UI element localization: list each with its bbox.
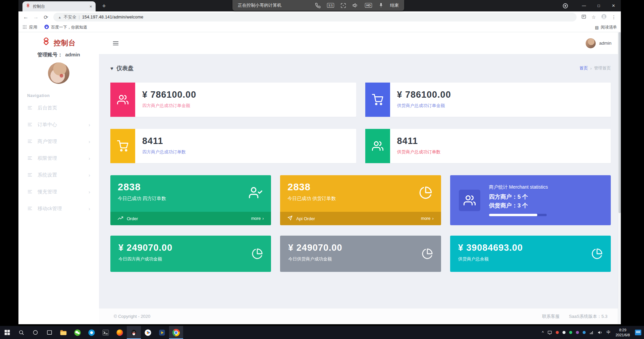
profile-icon[interactable] xyxy=(599,14,608,20)
nav-section-label: Navigation xyxy=(27,93,50,98)
sidebar-item-slowcharge[interactable]: 慢充管理 › xyxy=(18,183,99,200)
minimize-button[interactable]: — xyxy=(577,0,591,11)
desktop: 控制台 ✕ + — □ ✕ ← → ⟳ ▲ 不安全 | 154.197.48.1… xyxy=(0,0,644,339)
file-explorer-icon[interactable] xyxy=(56,326,70,339)
tencent-video-icon[interactable] xyxy=(141,326,155,339)
sidebar-item-permissions[interactable]: 权限管理 › xyxy=(18,150,99,166)
monitor-tray-icon[interactable] xyxy=(547,330,552,335)
menu-toggle-icon[interactable] xyxy=(112,40,119,47)
chevron-right-icon: › xyxy=(89,172,90,178)
green-tray-icon[interactable] xyxy=(569,331,572,334)
support-link[interactable]: 联系客服 xyxy=(542,313,559,320)
user-check-icon xyxy=(249,186,262,201)
session-indicator-icon[interactable] xyxy=(563,3,568,8)
new-tab-button[interactable]: + xyxy=(100,2,108,10)
address-bar[interactable]: ▲ 不安全 | 154.197.48.141/admin/welcome xyxy=(53,13,577,21)
stat-value: 8411 xyxy=(397,136,441,146)
sidebar-item-merchants[interactable]: 商户管理 › xyxy=(18,133,99,150)
voice-call-icon[interactable] xyxy=(315,3,321,8)
menu-kebab-icon[interactable]: ⋮ xyxy=(609,14,618,20)
network-icon[interactable] xyxy=(589,330,594,335)
today-supplier-orders-card: 2838 今日已成功 供货订单数 Api Order xyxy=(280,175,441,225)
avatar[interactable] xyxy=(48,62,69,84)
speaker-icon[interactable] xyxy=(353,2,359,8)
app-logo[interactable]: 控制台 xyxy=(42,38,76,48)
start-button[interactable] xyxy=(0,326,14,339)
list-icon xyxy=(27,139,33,144)
red-tray-icon[interactable] xyxy=(556,331,559,334)
sidebar-item-home[interactable]: 后台首页 xyxy=(18,99,99,116)
stat-card-supplier-amount: ¥ 786100.00 供货商户总成功订单金额 xyxy=(365,83,611,117)
action-center-icon[interactable] xyxy=(635,330,641,335)
merchant-statistics-card: 商户统计 Merchant statistics 四方商户：5 个 供货商户：3… xyxy=(450,175,611,225)
reading-list-button[interactable]: ▤ 阅读清单 xyxy=(595,25,617,30)
chevron-right-icon: › xyxy=(262,216,264,221)
blue-app-icon[interactable] xyxy=(85,326,99,339)
bookmark-star-icon[interactable]: ☆ xyxy=(589,14,598,20)
stat-card-supplier-orders: 8411 供货商户总成功订单数 xyxy=(365,129,611,163)
apps-grid-icon[interactable] xyxy=(22,25,27,30)
today-supplier-amount-card: ¥ 249070.00 今日供货商户成功金额 xyxy=(280,236,441,272)
maximize-button[interactable]: □ xyxy=(591,0,606,11)
account-label: 管理账号： xyxy=(37,52,62,58)
list-icon xyxy=(27,172,33,178)
tab-close-icon[interactable]: ✕ xyxy=(90,5,92,8)
version-text: SaaS系统版本：5.3 xyxy=(569,313,607,320)
user-menu[interactable]: admin xyxy=(586,38,611,48)
language-indicator[interactable]: 中 xyxy=(606,330,610,335)
hd-quality-button[interactable]: HD xyxy=(365,3,372,8)
media-player-icon[interactable] xyxy=(155,326,169,339)
qq-icon[interactable] xyxy=(127,326,141,339)
chevron-right-icon: › xyxy=(89,206,90,211)
dashboard-content: ♥ 仪表盘 首页 › 管理首页 xyxy=(99,54,621,308)
breadcrumb: 首页 › 管理首页 xyxy=(580,65,611,71)
stat-label: 供货商户总成功订单金额 xyxy=(397,103,451,109)
remote-session-title: 正在控制小哥的计算机 xyxy=(238,2,281,8)
stat-value: 8411 xyxy=(142,136,186,146)
order-footer-link[interactable]: Order more› xyxy=(110,212,271,225)
fullscreen-icon[interactable] xyxy=(340,3,346,8)
translate-icon[interactable] xyxy=(579,14,588,20)
forward-icon[interactable]: → xyxy=(31,12,41,22)
terminal-icon[interactable] xyxy=(99,326,113,339)
cart-icon xyxy=(365,83,390,117)
card-value: ¥ 249070.00 xyxy=(118,243,263,253)
scrollbar[interactable] xyxy=(618,32,621,324)
breadcrumb-separator: › xyxy=(590,66,592,71)
close-window-button[interactable]: ✕ xyxy=(606,0,621,11)
sidebar-item-mobile-ck[interactable]: 移动ck管理 › xyxy=(18,200,99,217)
chrome-icon[interactable] xyxy=(169,326,183,339)
breadcrumb-home[interactable]: 首页 xyxy=(580,65,588,71)
taskbar-clock[interactable]: 8:29 2021/6/8 xyxy=(614,328,631,338)
today-fourparty-orders-card: 2838 今日已成功 四方订单数 Order xyxy=(110,175,271,225)
back-icon[interactable]: ← xyxy=(21,12,31,22)
pin-icon[interactable] xyxy=(378,3,384,8)
purple-tray-icon[interactable] xyxy=(576,331,579,334)
volume-icon[interactable] xyxy=(598,330,603,335)
sidebar-item-orders[interactable]: 订单中心 › xyxy=(18,116,99,133)
browser-tab[interactable]: 控制台 ✕ xyxy=(22,1,96,11)
actual-size-button[interactable]: 1:1 xyxy=(327,3,334,8)
sidebar-item-settings[interactable]: 系统设置 › xyxy=(18,166,99,183)
hidden-icons-caret[interactable]: ^ xyxy=(542,330,544,335)
reload-icon[interactable]: ⟳ xyxy=(41,12,51,22)
account-name: admin xyxy=(65,52,80,58)
firefox-icon[interactable] xyxy=(113,326,127,339)
api-order-footer-link[interactable]: Api Order more› xyxy=(280,212,441,225)
green-app-icon[interactable] xyxy=(70,326,85,339)
white-tray-icon[interactable] xyxy=(562,331,566,334)
list-icon xyxy=(27,122,33,127)
search-icon[interactable] xyxy=(14,326,28,339)
blue-tray-icon[interactable] xyxy=(583,331,586,334)
cortana-icon[interactable] xyxy=(28,326,42,339)
bookmark-apps[interactable]: 应用 xyxy=(29,25,37,30)
copyright-text: © Copyright - 2020 xyxy=(114,314,150,319)
bookmark-baidu[interactable]: 百度一下，你就知道 xyxy=(44,25,87,30)
task-view-icon[interactable] xyxy=(42,326,56,339)
end-session-button[interactable]: 结束 xyxy=(390,2,399,8)
fourparty-merchant-count: 四方商户：5 个 xyxy=(489,193,548,201)
pie-chart-icon xyxy=(591,248,603,261)
users-icon xyxy=(459,190,480,211)
system-tray: ^ 中 8:29 2021/6/8 xyxy=(542,328,644,338)
card-value: 2838 xyxy=(118,182,264,193)
